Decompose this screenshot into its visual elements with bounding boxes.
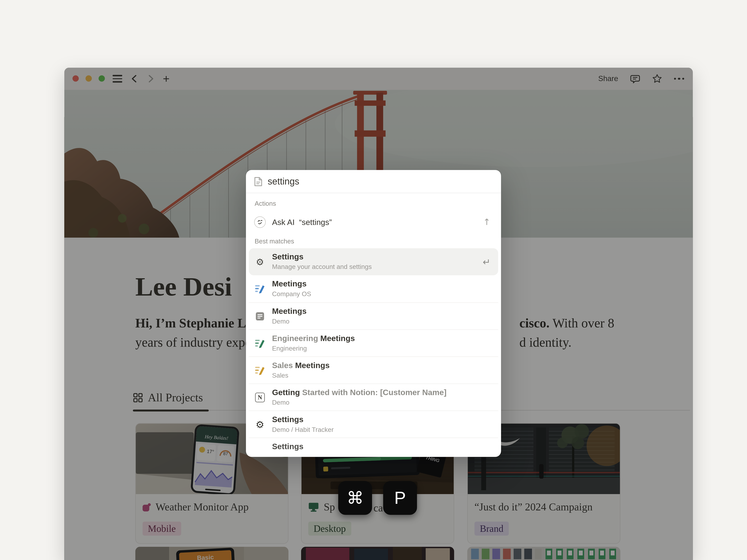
actions-section-label: Actions: [255, 200, 276, 207]
result-meetings-company-os[interactable]: Meetings Company OS: [249, 275, 498, 302]
keycap-command: ⌘: [338, 481, 372, 515]
ask-ai-row[interactable]: Ask AI “settings” ↑: [249, 211, 498, 234]
result-settings-habit-tracker[interactable]: ⚙ Settings Demo / Habit Tracker: [249, 410, 498, 437]
result-settings-partial[interactable]: Settings: [249, 437, 498, 457]
result-sales-meetings[interactable]: Sales Meetings Sales: [249, 356, 498, 383]
meeting-notes-icon: [254, 357, 266, 384]
result-getting-started[interactable]: N Getting Started with Notion: [Customer…: [249, 383, 498, 410]
gear-icon: ⚙: [254, 248, 266, 275]
best-matches-section-label: Best matches: [255, 238, 294, 245]
note-icon: [254, 303, 266, 330]
search-bar[interactable]: settings: [246, 170, 501, 193]
ask-ai-icon: [254, 216, 266, 228]
result-settings[interactable]: ⚙ Settings Manage your account and setti…: [249, 248, 498, 275]
keycap-p: P: [383, 481, 417, 515]
result-engineering-meetings[interactable]: Engineering Meetings Engineering: [249, 329, 498, 356]
search-input[interactable]: settings: [268, 176, 300, 187]
search-modal: settings Actions Ask AI “settings” ↑ Bes…: [246, 170, 501, 457]
result-meetings-demo[interactable]: Meetings Demo: [249, 302, 498, 329]
ask-ai-label: Ask AI “settings”: [272, 218, 332, 227]
screen: + Share: [0, 0, 747, 560]
page-icon: [254, 177, 262, 186]
meeting-notes-icon: [254, 330, 266, 357]
gear-icon: ⚙: [254, 411, 266, 438]
search-results: ⚙ Settings Manage your account and setti…: [249, 248, 498, 457]
submit-arrow-icon: ↑: [483, 217, 490, 227]
meeting-notes-icon: [254, 275, 266, 302]
notion-logo-icon: N: [254, 384, 266, 411]
enter-key-icon: ↵: [483, 257, 491, 267]
